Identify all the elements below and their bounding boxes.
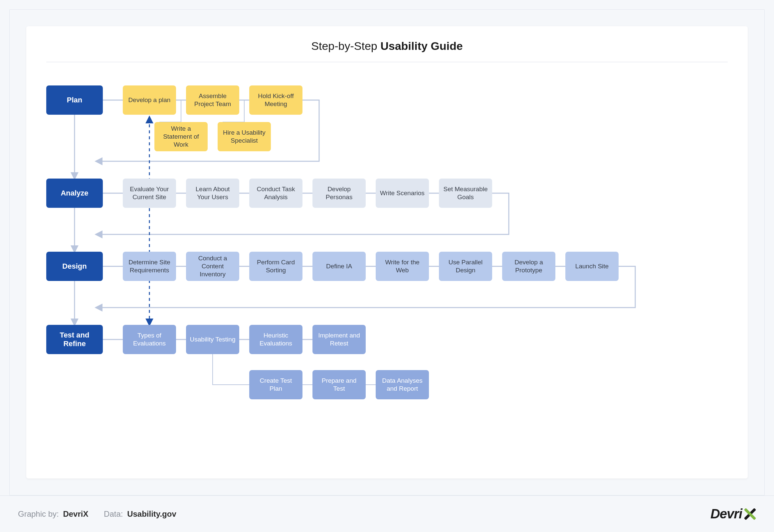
node-card-sorting: Perform Card Sorting [249,252,303,281]
title-prefix: Step-by-Step [311,40,380,52]
node-evaluate-site: Evaluate Your Current Site [123,179,176,208]
node-label: Hold Kick-off Meeting [253,92,299,108]
node-heuristic-eval: Heuristic Evaluations [249,325,303,354]
node-prototype: Develop a Prototype [502,252,555,281]
node-usability-testing: Usability Testing [186,325,239,354]
node-label: Implement and Retest [316,332,362,347]
node-label: Hire a Usability Specialist [221,129,268,145]
node-label: Develop Personas [316,185,362,201]
node-learn-users: Learn About Your Users [186,179,239,208]
node-label: Conduct Task Analysis [253,185,299,201]
node-label: Assemble Project Team [189,92,236,108]
node-label: Perform Card Sorting [253,258,299,274]
node-develop-plan: Develop a plan [123,85,176,115]
node-label: Write a Statement of Work [158,125,204,148]
node-personas: Develop Personas [313,179,366,208]
node-label: Define IA [326,262,352,270]
node-label: Create Test Plan [253,377,299,393]
logo-text: Devri [710,506,742,521]
node-label: Evaluate Your Current Site [126,185,173,201]
node-scenarios: Write Scenarios [376,179,429,208]
phase-design-label: Design [62,262,86,271]
node-label: Conduct a Content Inventory [189,254,236,278]
node-parallel-design: Use Parallel Design [439,252,492,281]
phase-analyze: Analyze [46,179,103,208]
node-launch-site: Launch Site [565,252,619,281]
node-label: Launch Site [575,262,609,270]
phase-test: Test and Refine [46,325,103,354]
flow-diagram: Plan Analyze Design Test and Refine Deve… [46,69,728,441]
node-site-requirements: Determine Site Requirements [123,252,176,281]
node-label: Determine Site Requirements [126,258,173,274]
phase-test-label: Test and Refine [50,331,99,348]
node-label: Write for the Web [379,258,426,274]
node-label: Write Scenarios [380,189,425,197]
phase-design: Design [46,252,103,281]
page-frame: Step-by-Step Usability Guide [9,9,765,495]
node-write-web: Write for the Web [376,252,429,281]
node-task-analysis: Conduct Task Analysis [249,179,303,208]
node-label: Use Parallel Design [442,258,489,274]
node-label: Learn About Your Users [189,185,236,201]
graphic-by-value: DevriX [63,509,88,518]
title-divider [46,62,728,62]
node-hire-specialist: Hire a Usability Specialist [218,122,271,151]
node-assemble-team: Assemble Project Team [186,85,239,115]
node-kickoff-meeting: Hold Kick-off Meeting [249,85,303,115]
title-bold: Usability Guide [380,40,463,52]
node-statement-of-work: Write a Statement of Work [154,122,208,151]
node-measurable-goals: Set Measurable Goals [439,179,492,208]
phase-analyze-label: Analyze [61,189,88,198]
phase-plan: Plan [46,85,103,115]
node-label: Prepare and Test [316,377,362,393]
devrix-logo: Devri [710,506,756,521]
node-label: Develop a plan [128,96,171,104]
node-content-inventory: Conduct a Content Inventory [186,252,239,281]
phase-plan-label: Plan [67,96,82,104]
footer: Graphic by: DevriX Data: Usability.gov D… [0,495,774,532]
node-prepare-test: Prepare and Test [313,370,366,399]
node-label: Set Measurable Goals [442,185,489,201]
node-types-evaluations: Types of Evaluations [123,325,176,354]
footer-credits: Graphic by: DevriX Data: Usability.gov [18,509,190,519]
data-source-value: Usability.gov [127,509,176,518]
page-title: Step-by-Step Usability Guide [46,40,728,62]
node-implement-retest: Implement and Retest [313,325,366,354]
data-source-label: Data: [104,509,123,518]
node-test-plan: Create Test Plan [249,370,303,399]
node-label: Types of Evaluations [126,332,173,347]
node-label: Data Analyses and Report [379,377,426,393]
node-define-ia: Define IA [313,252,366,281]
node-label: Develop a Prototype [505,258,552,274]
node-label: Heuristic Evaluations [253,332,299,347]
node-label: Usability Testing [190,335,236,343]
node-data-report: Data Analyses and Report [376,370,429,399]
graphic-by-label: Graphic by: [18,509,59,518]
diagram-card: Step-by-Step Usability Guide [26,26,748,478]
logo-x-icon [743,507,756,521]
